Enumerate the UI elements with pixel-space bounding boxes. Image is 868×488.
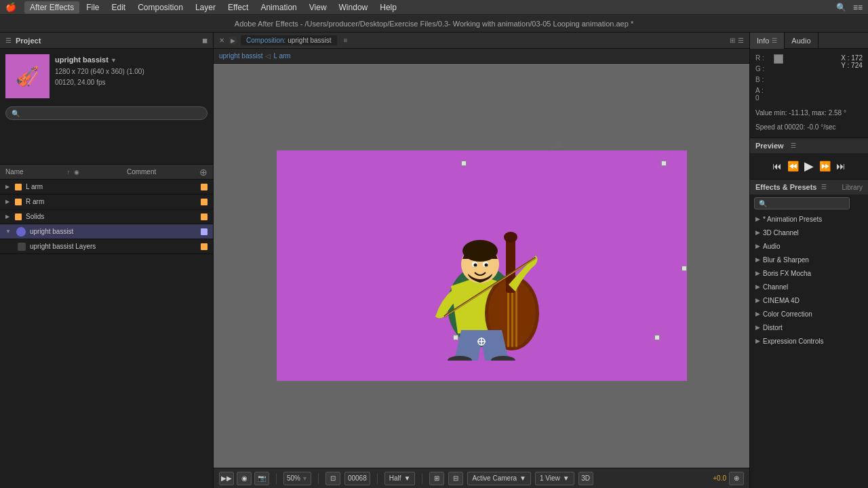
toolbar-separator [318, 473, 319, 484]
menu-window[interactable]: Window [334, 1, 374, 14]
breadcrumb-item-2[interactable]: L arm [273, 52, 290, 60]
list-item[interactable]: upright bassist Layers [0, 239, 213, 254]
transform-handle-br[interactable] [654, 335, 660, 340]
effect-category-boris[interactable]: ▶ Boris FX Mocha [750, 266, 868, 280]
thumb-figure: 🎻 [16, 65, 39, 87]
expand-icon: ▶ [5, 199, 9, 205]
safe-zones-btn[interactable]: ⊟ [448, 472, 463, 485]
right-panel: Info ☰ Audio R : G : B : [749, 33, 868, 488]
category-name: Color Correction [763, 310, 812, 318]
speed-info: Speed at 00020: -0.0 °/sec [755, 122, 863, 132]
tab-audio[interactable]: Audio [785, 33, 818, 49]
render-queue-btn[interactable]: ⊕ [729, 472, 744, 485]
menu-bar: 🍎 After Effects File Edit Composition La… [0, 0, 868, 15]
panel-expand-btn[interactable]: ⊞ [730, 37, 735, 44]
effects-menu[interactable]: ☰ [821, 184, 827, 190]
effect-category-cinema4d[interactable]: ▶ CINEMA 4D [750, 293, 868, 307]
resolution-dropdown[interactable]: Half ▼ [384, 472, 416, 485]
timecode-display[interactable]: 00068 [344, 472, 370, 485]
transform-handle-top[interactable] [461, 161, 467, 166]
render-btn[interactable]: ◉ [237, 472, 252, 485]
transform-handle-bottom[interactable] [453, 335, 458, 340]
menu-view[interactable]: View [304, 1, 332, 14]
list-item[interactable]: ▶ R arm [0, 195, 213, 209]
expand-arrow: ▶ [755, 324, 760, 331]
add-layer-icon[interactable]: ⊕ [199, 167, 208, 178]
transparency-btn[interactable]: ⊞ [429, 472, 444, 485]
project-search-area [0, 104, 213, 123]
preview-menu[interactable]: ☰ [791, 142, 796, 149]
breadcrumb: upright bassist ◁ L arm [214, 49, 749, 64]
g-row: G : [755, 65, 768, 73]
step-fwd-btn[interactable]: ⏩ [818, 159, 832, 173]
list-item[interactable]: ▼ upright bassist [0, 224, 213, 239]
panel-menu-icon[interactable]: ☰ [5, 37, 12, 44]
effect-category-expression[interactable]: ▶ Expression Controls [750, 334, 868, 348]
svg-point-7 [504, 232, 517, 243]
menu-aftereffects[interactable]: After Effects [24, 1, 79, 14]
bassist-svg [380, 171, 583, 361]
snapshot-btn[interactable]: 📷 [254, 472, 269, 485]
layer-name-label: upright bassist [30, 228, 73, 235]
menu-composition[interactable]: Composition [132, 1, 189, 14]
menu-animation[interactable]: Animation [255, 1, 302, 14]
tab-info[interactable]: Info ☰ [750, 33, 785, 49]
effects-search-input[interactable] [754, 197, 850, 209]
goto-start-btn[interactable]: ⏮ [771, 159, 783, 173]
fit-view-btn[interactable]: ⊡ [326, 472, 340, 485]
menu-file[interactable]: File [81, 1, 104, 14]
step-back-btn[interactable]: ⏪ [786, 159, 800, 173]
list-item[interactable]: ▶ Solids [0, 209, 213, 224]
library-tab[interactable]: Library [842, 184, 863, 191]
effects-title: Effects & Presets [755, 183, 817, 191]
comp-settings-icon[interactable]: ≡ [344, 37, 348, 44]
project-info: upright bassist ▼ 868 x 488 (640 x 360)… [55, 54, 144, 88]
effect-category-animation[interactable]: ▶ * Animation Presets [750, 212, 868, 226]
color-swatch [774, 54, 783, 64]
comp-dropdown[interactable]: ▼ [111, 57, 117, 64]
effect-category-3d[interactable]: ▶ 3D Channel [750, 226, 868, 239]
expand-arrow: ▶ [755, 297, 760, 304]
search-icon[interactable]: 🔍 [836, 3, 846, 12]
comp-dimensions: 868 x 488 (640 x 360) (1.00) [55, 66, 144, 77]
transform-handle-tr[interactable] [661, 161, 667, 166]
goto-end-btn[interactable]: ⏭ [835, 159, 847, 173]
menu-layer[interactable]: Layer [190, 1, 221, 14]
anchor-point[interactable] [476, 336, 487, 347]
project-search-input[interactable] [5, 106, 208, 120]
camera-dropdown[interactable]: Active Camera ▼ [467, 472, 530, 485]
effect-category-distort[interactable]: ▶ Distort [750, 321, 868, 334]
project-panel-expand[interactable]: ◼ [202, 37, 208, 44]
sort-icon[interactable]: ↑ [66, 169, 70, 176]
effect-category-color[interactable]: ▶ Color Correction [750, 307, 868, 321]
comment-column-header: Comment [127, 168, 156, 176]
play-btn[interactable]: ▶ [803, 157, 815, 175]
effect-category-channel[interactable]: ▶ Channel [750, 280, 868, 293]
transform-handle-right[interactable] [682, 266, 687, 271]
composition-canvas[interactable] [277, 150, 687, 381]
control-strip-icon[interactable]: ≡≡ [853, 3, 863, 12]
list-item[interactable]: ▶ L arm [0, 180, 213, 195]
panel-menu-btn[interactable]: ☰ [738, 37, 744, 44]
expand-icon: ▶ [5, 184, 9, 190]
menu-help[interactable]: Help [374, 1, 402, 14]
comp-close-icon[interactable]: ✕ [219, 37, 224, 44]
menu-edit[interactable]: Edit [106, 1, 131, 14]
view-dropdown[interactable]: 1 View ▼ [535, 472, 574, 485]
ram-preview-btn[interactable]: ▶▶ [219, 472, 234, 485]
a-row: A : 0 [755, 87, 768, 102]
comp-tab-label[interactable]: Composition: [246, 37, 288, 44]
effects-section: Effects & Presets ☰ Library ▶ * Animatio… [750, 179, 868, 488]
comp-name: upright bassist ▼ [55, 54, 144, 66]
layer-settings-icon[interactable]: ◉ [74, 169, 79, 176]
effect-category-audio[interactable]: ▶ Audio [750, 239, 868, 253]
zoom-value[interactable]: 50% ▼ [283, 472, 311, 485]
r-row: R : [755, 54, 768, 62]
expand-arrow: ▶ [755, 256, 760, 263]
breadcrumb-item-1[interactable]: upright bassist [219, 52, 262, 60]
menu-effect[interactable]: Effect [222, 1, 254, 14]
effect-category-blur[interactable]: ▶ Blur & Sharpen [750, 253, 868, 266]
apple-menu[interactable]: 🍎 [5, 2, 16, 12]
3d-btn[interactable]: 3D [578, 472, 593, 485]
info-tab-menu[interactable]: ☰ [772, 37, 777, 44]
